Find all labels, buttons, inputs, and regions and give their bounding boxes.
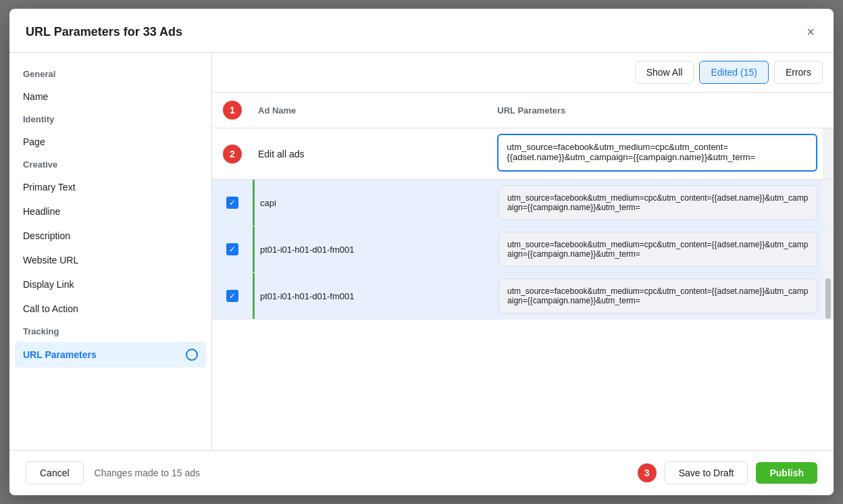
footer-right: 3 Save to Draft Publish — [638, 461, 817, 484]
save-draft-button[interactable]: Save to Draft — [665, 461, 748, 484]
show-all-button[interactable]: Show All — [635, 61, 694, 84]
row1-url-display: utm_source=facebook&utm_medium=cpc&utm_c… — [499, 185, 817, 220]
scrollbar-row3 — [823, 273, 834, 319]
row1-url-cell: utm_source=facebook&utm_medium=cpc&utm_c… — [493, 180, 823, 226]
sidebar-item-description[interactable]: Description — [9, 224, 211, 248]
edit-all-label: Edit all ads — [253, 128, 492, 179]
modal: URL Parameters for 33 Ads × General Name… — [9, 9, 834, 495]
table-header: 1 Ad Name URL Parameters — [212, 93, 834, 128]
row3-url-cell: utm_source=facebook&utm_medium=cpc&utm_c… — [493, 273, 823, 319]
row2-url-display: utm_source=facebook&utm_medium=cpc&utm_c… — [499, 232, 817, 267]
sidebar-item-call-to-action[interactable]: Call to Action — [9, 297, 211, 321]
edited-button[interactable]: Edited (15) — [699, 61, 768, 84]
edit-all-url-input[interactable] — [497, 134, 817, 172]
sidebar-section-tracking: Tracking — [9, 321, 211, 342]
sidebar-item-name[interactable]: Name — [9, 84, 211, 109]
sidebar-item-website-url[interactable]: Website URL — [9, 248, 211, 272]
step3-badge: 3 — [638, 463, 657, 482]
scrollbar-edit-all — [823, 128, 834, 179]
scrollbar-row2 — [823, 226, 834, 272]
changes-text: Changes made to 15 ads — [95, 468, 200, 478]
table-row: ✓ capi utm_source=facebook&utm_medium=cp… — [212, 180, 834, 226]
sidebar-item-page[interactable]: Page — [9, 130, 211, 154]
cancel-button[interactable]: Cancel — [26, 461, 84, 484]
publish-button[interactable]: Publish — [756, 462, 817, 484]
close-button[interactable]: × — [804, 22, 817, 41]
modal-overlay: URL Parameters for 33 Ads × General Name… — [0, 0, 843, 504]
modal-title: URL Parameters for 33 Ads — [26, 25, 182, 39]
sidebar-item-url-parameters[interactable]: URL Parameters — [15, 342, 206, 368]
header-url-params: URL Parameters — [492, 97, 823, 124]
row3-check[interactable]: ✓ — [212, 273, 253, 319]
header-ad-name: Ad Name — [253, 97, 492, 124]
row3-ad-name: pt01-i01-h01-d01-fm001 — [253, 273, 493, 319]
row3-checkbox[interactable]: ✓ — [226, 290, 238, 302]
checkmark-icon: ✓ — [229, 292, 236, 300]
scrollbar-row1 — [823, 180, 834, 226]
row3-url-display: utm_source=facebook&utm_medium=cpc&utm_c… — [499, 278, 817, 313]
row2-url-cell: utm_source=facebook&utm_medium=cpc&utm_c… — [493, 226, 823, 272]
row1-checkbox[interactable]: ✓ — [226, 197, 238, 209]
sidebar: General Name Identity Page Creative Prim… — [9, 53, 212, 450]
edit-all-row: 2 Edit all ads — [212, 128, 834, 180]
main-toolbar: Show All Edited (15) Errors — [212, 53, 834, 93]
table-row: ✓ pt01-i01-h01-d01-fm001 utm_source=face… — [212, 226, 834, 273]
modal-body: General Name Identity Page Creative Prim… — [9, 53, 834, 450]
checkmark-icon: ✓ — [229, 199, 236, 207]
row2-checkbox[interactable]: ✓ — [226, 243, 238, 255]
step2-badge: 2 — [223, 145, 242, 163]
edit-all-check-cell: 2 — [212, 128, 253, 179]
sidebar-section-identity: Identity — [9, 109, 211, 130]
header-check-col: 1 — [212, 93, 253, 128]
row2-ad-name: pt01-i01-h01-d01-fm001 — [253, 226, 493, 272]
sidebar-item-headline[interactable]: Headline — [9, 199, 211, 224]
sidebar-section-general: General — [9, 64, 211, 84]
step1-badge: 1 — [223, 101, 242, 120]
url-params-indicator — [186, 349, 198, 361]
footer-left: Cancel Changes made to 15 ads — [26, 461, 200, 484]
edit-all-input-cell — [492, 128, 823, 179]
table-row: ✓ pt01-i01-h01-d01-fm001 utm_source=face… — [212, 273, 834, 320]
modal-footer: Cancel Changes made to 15 ads 3 Save to … — [9, 450, 834, 495]
table-container: 1 Ad Name URL Parameters 2 — [212, 93, 834, 450]
main-content: Show All Edited (15) Errors 1 Ad Name — [212, 53, 834, 450]
errors-button[interactable]: Errors — [774, 61, 823, 84]
row1-check[interactable]: ✓ — [212, 180, 253, 226]
row2-check[interactable]: ✓ — [212, 226, 253, 272]
sidebar-section-creative: Creative — [9, 154, 211, 175]
modal-header: URL Parameters for 33 Ads × — [9, 9, 834, 53]
sidebar-item-display-link[interactable]: Display Link — [9, 272, 211, 297]
sidebar-item-primary-text[interactable]: Primary Text — [9, 175, 211, 199]
checkmark-icon: ✓ — [229, 245, 236, 253]
row1-ad-name: capi — [253, 180, 493, 226]
scrollbar-thumb[interactable] — [825, 278, 831, 319]
